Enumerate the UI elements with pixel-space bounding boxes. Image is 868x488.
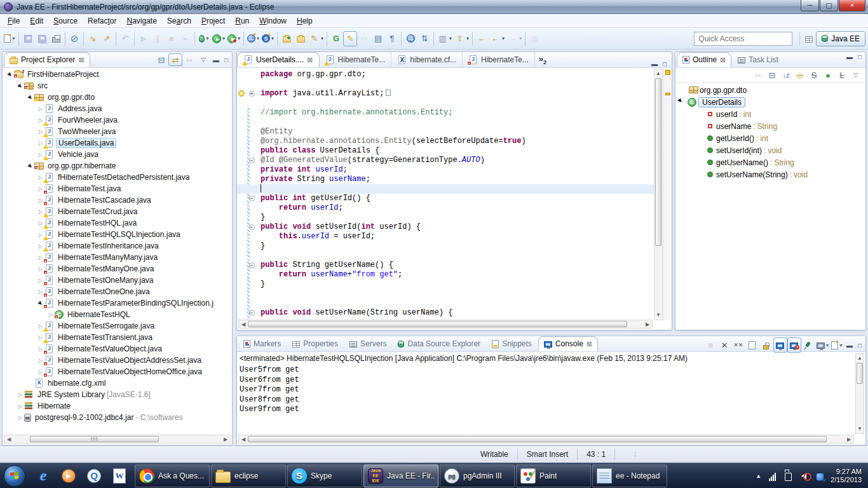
taskbar-item-notepad[interactable]: ee - Notepad xyxy=(592,464,667,487)
close-tab-icon[interactable]: ⊠ xyxy=(587,340,592,348)
last-edit-location-button[interactable]: ↶ xyxy=(118,31,132,46)
scroll-lock-button[interactable] xyxy=(759,337,773,353)
code-line[interactable] xyxy=(237,251,654,261)
code-line[interactable]: return userId; xyxy=(237,203,654,213)
display-console-button[interactable]: ▾ xyxy=(815,337,830,353)
tree-item[interactable]: ▷J×HibernateTestOneMany.java xyxy=(3,274,232,286)
dropdown-arrow-icon[interactable]: ▾ xyxy=(449,36,452,41)
show-source-button[interactable]: ▤ xyxy=(371,31,385,46)
code-line[interactable]: } xyxy=(237,241,654,251)
outline-item[interactable]: getUserName():String xyxy=(675,156,865,168)
show-stdout-button[interactable] xyxy=(773,337,787,353)
collapse-all-button[interactable]: ⊟ xyxy=(154,53,168,66)
collapse-fold-icon[interactable]: − xyxy=(249,310,255,316)
action-center-icon[interactable] xyxy=(783,471,793,481)
next-annotation-button[interactable]: ⇘ xyxy=(86,31,100,46)
save-all-button[interactable] xyxy=(35,31,49,46)
code-line[interactable]: −public String getUserName() { xyxy=(237,261,654,270)
menu-search[interactable]: Search xyxy=(162,15,196,27)
warning-overview-mark[interactable] xyxy=(665,93,670,95)
show-whitespace-button[interactable]: ¶ xyxy=(385,31,399,46)
overview-ruler[interactable] xyxy=(663,69,672,320)
tray-expand-icon[interactable]: ▲ xyxy=(756,473,761,479)
console-output[interactable]: User5from getUser6from getUser7from getU… xyxy=(240,365,853,433)
code-line[interactable]: private int userId; xyxy=(237,165,654,175)
tree-item[interactable]: ▷JUserDetails.java xyxy=(3,137,232,149)
disconnect-button[interactable]: ⌁ xyxy=(179,31,193,46)
minimize-button[interactable]: ─ xyxy=(801,0,819,11)
minimize-view-button[interactable]: ▬ xyxy=(844,53,855,60)
save-button[interactable] xyxy=(21,31,35,46)
code-line[interactable] xyxy=(237,98,654,108)
close-view-icon[interactable]: ⊠ xyxy=(78,56,84,64)
menu-edit[interactable]: Edit xyxy=(25,15,48,27)
link-with-editor-button[interactable]: ⇄ xyxy=(168,53,182,66)
code-line[interactable]: package org.gp.gpr.dto; xyxy=(237,70,654,79)
expand-arrow-icon[interactable]: ▷ xyxy=(17,415,24,421)
code-line[interactable] xyxy=(237,118,654,127)
tree-item[interactable]: ▷JHibernateTestInheritance.java xyxy=(3,240,232,252)
editor-tab[interactable]: JUserDetails....⊠ xyxy=(237,52,320,67)
tree-item[interactable]: ▷J×HibernateTest.java xyxy=(3,183,232,194)
tree-item[interactable]: ▶J×FirstHibernateProject xyxy=(3,69,232,80)
tree-item[interactable]: ▶org.gp.gpr.dto xyxy=(3,92,232,103)
dropdown-arrow-icon[interactable]: ▾ xyxy=(206,36,208,41)
editor-tab[interactable]: JHibernateTe... xyxy=(320,52,392,67)
menu-help[interactable]: Help xyxy=(292,15,318,27)
tree-item[interactable]: ▷J×HibernateTestValueObjectHomeOffice.ja… xyxy=(3,366,232,377)
menu-refactor[interactable]: Refactor xyxy=(83,15,121,27)
expand-fold-icon[interactable]: + xyxy=(249,91,255,97)
expand-arrow-icon[interactable]: ▷ xyxy=(17,403,24,409)
print-button[interactable] xyxy=(49,31,63,46)
outline-item[interactable]: setUserId(int):void xyxy=(675,144,865,156)
tree-item[interactable]: ▷J×HibernateTestValueObjectAddressSet.ja… xyxy=(3,355,232,366)
run-external-button[interactable]: ▾ xyxy=(226,31,241,46)
collapsed-code-icon[interactable] xyxy=(386,90,391,96)
tree-item[interactable]: ▶J×HibernateTestParameterBindingSQLInjec… xyxy=(3,297,232,309)
clear-console-button[interactable] xyxy=(745,337,759,353)
taskbar-item-chrome[interactable]: Ask a Ques... xyxy=(135,464,210,487)
tab-properties[interactable]: Properties xyxy=(287,336,343,351)
outline-item[interactable]: userName:String xyxy=(675,120,865,132)
open-perspective-button[interactable] xyxy=(802,31,816,46)
code-line[interactable]: private String userName; xyxy=(237,175,654,184)
suspend-button[interactable]: ∥ xyxy=(151,31,165,46)
code-line[interactable]: //import org.hibernate.annotations.Entit… xyxy=(237,108,654,118)
run-button[interactable]: ▾ xyxy=(211,31,226,46)
open-console-button[interactable]: ▾ xyxy=(830,337,844,353)
close-tab-icon[interactable]: ⊠ xyxy=(307,56,313,64)
tree-item[interactable]: ▷JHibernateTestHQL.java xyxy=(3,217,232,229)
tab-data-source-explorer[interactable]: Data Source Explorer xyxy=(393,336,485,351)
warning-overview-mark[interactable] xyxy=(665,70,670,75)
tree-item[interactable]: ▷JAddress.java xyxy=(3,103,232,114)
dropdown-arrow-icon[interactable]: ▾ xyxy=(839,342,842,348)
tab-console[interactable]: Console⊠ xyxy=(538,336,598,351)
menu-file[interactable]: File xyxy=(3,15,25,27)
menu-window[interactable]: Window xyxy=(254,15,292,27)
code-line[interactable]: +import java.util.ArrayList; xyxy=(237,89,654,98)
tree-item[interactable]: ▷JVehicle.java xyxy=(3,149,232,160)
tree-item[interactable]: ▶×src xyxy=(3,80,232,92)
hide-static-button[interactable]: S xyxy=(807,68,821,83)
skip-all-breakpoints-button[interactable]: ⊘ xyxy=(67,31,81,46)
editor-hscrollbar[interactable]: ◀▶ xyxy=(238,320,653,329)
tree-item[interactable]: ▷J×HibernateTestManyOne.java xyxy=(3,263,232,274)
tab-project-explorer[interactable]: Project Explorer ⊠ xyxy=(4,52,90,67)
tree-item[interactable]: ▶×org.gp.gpr.hibernate xyxy=(3,160,232,172)
expand-arrow-icon[interactable]: ▷ xyxy=(17,392,24,398)
editor-overflow-chevron[interactable]: »2 xyxy=(535,54,550,65)
code-line[interactable]: return userName+"from get"; xyxy=(237,270,654,280)
code-line[interactable] xyxy=(237,79,654,89)
dropdown-arrow-icon[interactable]: ▾ xyxy=(826,342,829,348)
network-icon[interactable] xyxy=(767,471,777,481)
menu-project[interactable]: Project xyxy=(196,15,230,27)
collapse-fold-icon[interactable]: − xyxy=(249,262,255,268)
code-line[interactable]: public class UserDetails { xyxy=(237,146,654,156)
hide-non-public-button[interactable]: ● xyxy=(821,68,835,83)
previous-annotation-button[interactable]: ⇗ xyxy=(100,31,114,46)
code-line[interactable]: } xyxy=(237,213,654,222)
minimize-view-button[interactable]: ▬ xyxy=(210,57,222,64)
code-line[interactable]: −@Id @GeneratedValue(strategy=Generation… xyxy=(237,156,654,165)
java-ee-perspective-button[interactable]: Java EE xyxy=(816,31,865,46)
taskbar-item-eclipse[interactable]: Java EE IDEJava EE - Fir... xyxy=(363,464,438,487)
